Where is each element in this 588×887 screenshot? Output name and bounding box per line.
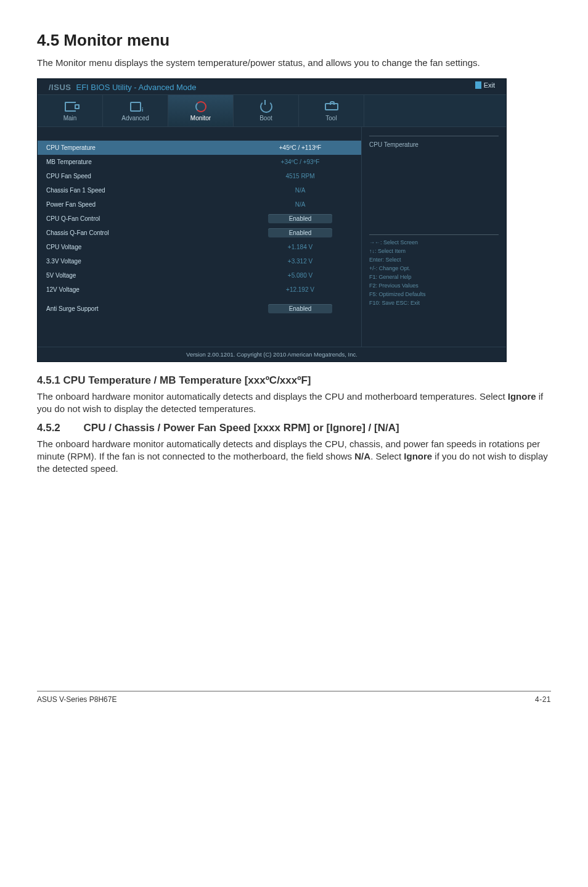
tab-tool[interactable]: Tool: [299, 95, 364, 126]
sub-heading-452: 4.5.2 CPU / Chassis / Power Fan Speed [x…: [37, 422, 551, 434]
row-chassis-qfan-control[interactable]: Chassis Q-Fan Control Enabled: [38, 226, 361, 240]
key-hints: →←: Select Screen ↑↓: Select Item Enter:…: [369, 234, 499, 308]
monitor-icon: [195, 101, 206, 112]
bios-screenshot: /ISUS EFI BIOS Utility - Advanced Mode E…: [37, 78, 507, 362]
row-5v-voltage[interactable]: 5V Voltage +5.080 V: [38, 268, 361, 283]
footer-left: ASUS V-Series P8H67E: [37, 695, 116, 704]
brand-logo: /ISUS: [49, 83, 71, 92]
sub-heading-451: 4.5.1 CPU Temperature / MB Temperature […: [37, 374, 551, 387]
page-footer: ASUS V-Series P8H67E 4-21: [37, 691, 551, 704]
row-cpu-voltage[interactable]: CPU Voltage +1.184 V: [38, 240, 361, 254]
row-cpu-qfan-control[interactable]: CPU Q-Fan Control Enabled: [38, 212, 361, 226]
exit-label: Exit: [484, 81, 495, 89]
bios-title: EFI BIOS Utility - Advanced Mode: [76, 83, 196, 92]
help-block: CPU Temperature: [369, 136, 499, 148]
footer-right: 4-21: [535, 695, 551, 704]
row-cpu-temperature[interactable]: CPU Temperature +45ºC / +113ºF: [38, 141, 361, 155]
row-3v3-voltage[interactable]: 3.3V Voltage +3.312 V: [38, 254, 361, 268]
section-heading: 4.5 Monitor menu: [37, 31, 551, 50]
row-cpu-fan-speed[interactable]: CPU Fan Speed 4515 RPM: [38, 169, 361, 183]
bios-footer: Version 2.00.1201. Copyright (C) 2010 Am…: [38, 347, 506, 361]
row-power-fan-speed[interactable]: Power Fan Speed N/A: [38, 197, 361, 212]
sub-451-text: The onboard hardware monitor automatical…: [37, 390, 551, 416]
tab-main[interactable]: Main: [38, 95, 103, 126]
tab-monitor[interactable]: Monitor: [168, 95, 234, 126]
row-chassis-fan1-speed[interactable]: Chassis Fan 1 Speed N/A: [38, 183, 361, 197]
advanced-icon: [130, 102, 141, 112]
row-mb-temperature[interactable]: MB Temperature +34ºC / +93ºF: [38, 155, 361, 169]
exit-icon: [475, 81, 481, 89]
tab-boot[interactable]: Boot: [234, 95, 299, 126]
intro-paragraph: The Monitor menu displays the system tem…: [37, 56, 551, 69]
main-icon: [65, 102, 76, 112]
boot-icon: [260, 101, 272, 113]
exit-button[interactable]: Exit: [475, 81, 495, 89]
row-12v-voltage[interactable]: 12V Voltage +12.192 V: [38, 283, 361, 297]
sub-452-text: The onboard hardware monitor automatical…: [37, 438, 551, 476]
tab-advanced[interactable]: Advanced: [103, 95, 168, 126]
tool-icon: [325, 103, 338, 110]
row-anti-surge[interactable]: Anti Surge Support Enabled: [38, 302, 361, 316]
